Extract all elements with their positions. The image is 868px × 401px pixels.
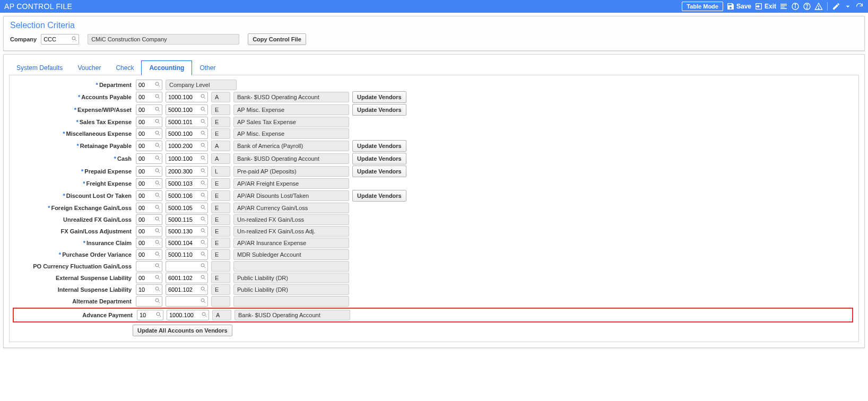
company-name-display: CMiC Construction Company <box>88 34 239 45</box>
company-label: Company <box>10 36 37 42</box>
row-retainage_payable: *Retainage Payable ABank of America (Pay… <box>15 140 853 152</box>
tab-check[interactable]: Check <box>108 61 141 75</box>
acct-input-int_suspense[interactable] <box>166 284 208 295</box>
notes-icon[interactable] <box>779 2 788 11</box>
acct-input-alt_department[interactable] <box>166 296 208 307</box>
update-vendors-button-retainage_payable[interactable]: Update Vendors <box>352 140 406 152</box>
desc-alt_department <box>233 296 349 307</box>
acct-input-freight_expense[interactable] <box>166 178 208 189</box>
label-ext_suspense: External Suspense Liability <box>15 275 133 281</box>
svg-point-6 <box>818 8 819 8</box>
tab-voucher[interactable]: Voucher <box>70 61 108 75</box>
row-unrealized_fx: Unrealized FX Gain/Loss EUn-realized FX … <box>15 214 853 225</box>
acct-input-po_currency_fluct[interactable] <box>166 261 208 272</box>
exit-button[interactable]: Exit <box>754 2 776 11</box>
table-mode-button[interactable]: Table Mode <box>682 2 723 11</box>
acct-input-discount_lost_taken[interactable] <box>166 190 208 201</box>
dept-input-advance_payment[interactable] <box>137 310 163 320</box>
type-insurance_claim: E <box>211 238 230 248</box>
acct-input-advance_payment[interactable] <box>167 310 209 320</box>
save-button[interactable]: Save <box>726 2 751 11</box>
refresh-icon[interactable] <box>855 2 864 11</box>
acct-input-unrealized_fx[interactable] <box>166 214 208 225</box>
dept-input-int_suspense[interactable] <box>136 284 162 295</box>
dept-input-unrealized_fx[interactable] <box>136 214 162 225</box>
label-department: *Department <box>15 82 133 88</box>
type-prepaid_expense: L <box>211 166 230 177</box>
acct-input-misc_expense[interactable] <box>166 128 208 139</box>
dept-input-accounts_payable[interactable] <box>136 92 162 102</box>
desc-expense_wip_asset: AP Misc. Expense <box>233 104 349 115</box>
acct-input-fx_gain_loss[interactable] <box>166 203 208 213</box>
desc-ext_suspense: Public Liability (DR) <box>233 273 349 283</box>
dept-input-prepaid_expense[interactable] <box>136 166 162 177</box>
edit-icon[interactable] <box>832 2 840 11</box>
dept-input-po_variance[interactable] <box>136 249 162 260</box>
dept-input-po_currency_fluct[interactable] <box>136 261 162 272</box>
row-int_suspense: Internal Suspense Liability EPublic Liab… <box>15 284 853 295</box>
desc-unrealized_fx: Un-realized FX Gain/Loss <box>233 214 349 225</box>
update-vendors-button-cash[interactable]: Update Vendors <box>352 153 406 164</box>
acct-input-insurance_claim[interactable] <box>166 238 208 248</box>
dept-input-alt_department[interactable] <box>136 296 162 307</box>
acct-input-accounts_payable[interactable] <box>166 92 208 102</box>
update-vendors-button-expense_wip_asset[interactable]: Update Vendors <box>352 104 406 116</box>
type-freight_expense: E <box>211 178 230 189</box>
dropdown-icon[interactable] <box>844 2 852 11</box>
separator <box>827 2 828 11</box>
dept-input-fx_adjustment[interactable] <box>136 226 162 237</box>
update-vendors-button-discount_lost_taken[interactable]: Update Vendors <box>352 190 406 202</box>
svg-point-4 <box>806 8 807 8</box>
desc-misc_expense: AP Misc. Expense <box>233 128 349 139</box>
dept-input-cash[interactable] <box>136 153 162 164</box>
desc-cash: Bank- $USD Operating Account <box>233 153 349 164</box>
tab-other[interactable]: Other <box>192 61 223 75</box>
acct-input-po_variance[interactable] <box>166 249 208 260</box>
dept-input-department[interactable] <box>136 80 162 90</box>
acct-input-expense_wip_asset[interactable] <box>166 104 208 115</box>
acct-input-prepaid_expense[interactable] <box>166 166 208 177</box>
dept-input-sales_tax_expense[interactable] <box>136 117 162 127</box>
header-bar: AP CONTROL FILE Table Mode Save Exit <box>0 0 868 13</box>
tab-strip: System Defaults Voucher Check Accounting… <box>4 55 864 75</box>
type-expense_wip_asset: E <box>211 104 230 115</box>
help-icon[interactable] <box>803 2 811 11</box>
update-vendors-button-accounts_payable[interactable]: Update Vendors <box>352 91 406 103</box>
company-code-input[interactable] <box>41 34 79 45</box>
row-po_variance: *Purchase Order Variance EMDR Subledger … <box>15 249 853 260</box>
row-po_currency_fluct: PO Currency Fluctuation Gain/Loss <box>15 261 853 272</box>
row-freight_expense: *Freight Expense EAP/AR Freight Expense <box>15 178 853 189</box>
desc-fx_adjustment: Un-realized FX Gain/Loss Adj. <box>233 226 349 237</box>
acct-input-fx_adjustment[interactable] <box>166 226 208 237</box>
type-fx_adjustment: E <box>211 226 230 237</box>
dept-input-expense_wip_asset[interactable] <box>136 104 162 115</box>
warning-icon[interactable] <box>814 2 823 11</box>
type-discount_lost_taken: E <box>211 190 230 201</box>
acct-input-ext_suspense[interactable] <box>166 273 208 283</box>
acct-input-retainage_payable[interactable] <box>166 141 208 151</box>
dept-input-discount_lost_taken[interactable] <box>136 190 162 201</box>
acct-input-sales_tax_expense[interactable] <box>166 117 208 127</box>
acct-input-cash[interactable] <box>166 153 208 164</box>
dept-input-insurance_claim[interactable] <box>136 238 162 248</box>
label-unrealized_fx: Unrealized FX Gain/Loss <box>15 216 133 223</box>
update-all-row: Update All Accounts on Vendors <box>15 325 853 336</box>
dept-input-ext_suspense[interactable] <box>136 273 162 283</box>
tab-accounting[interactable]: Accounting <box>141 60 192 75</box>
label-int_suspense: Internal Suspense Liability <box>15 286 133 293</box>
svg-point-2 <box>795 4 795 5</box>
dept-input-freight_expense[interactable] <box>136 178 162 189</box>
dept-input-retainage_payable[interactable] <box>136 141 162 151</box>
row-fx_gain_loss: *Foreign Exchange Gain/Loss EAP/AR Curre… <box>15 203 853 213</box>
desc-prepaid_expense: Pre-paid AP (Deposits) <box>233 166 349 177</box>
info-icon[interactable] <box>791 2 800 11</box>
label-po_variance: *Purchase Order Variance <box>15 251 133 258</box>
dept-input-misc_expense[interactable] <box>136 128 162 139</box>
desc-insurance_claim: AP/AR Insurance Expense <box>233 238 349 248</box>
tab-system-defaults[interactable]: System Defaults <box>9 61 70 75</box>
dept-input-fx_gain_loss[interactable] <box>136 203 162 213</box>
copy-control-file-button[interactable]: Copy Control File <box>248 33 306 45</box>
update-vendors-button-prepaid_expense[interactable]: Update Vendors <box>352 165 406 177</box>
desc-int_suspense: Public Liability (DR) <box>233 284 349 295</box>
update-all-accounts-button[interactable]: Update All Accounts on Vendors <box>133 325 232 336</box>
